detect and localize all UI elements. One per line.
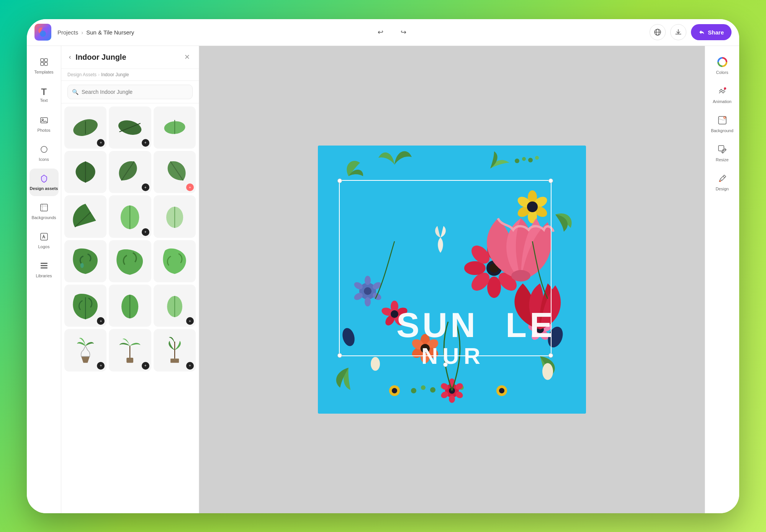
- svg-point-49: [430, 387, 435, 393]
- svg-point-121: [724, 117, 725, 118]
- backgrounds-icon: [39, 203, 49, 214]
- svg-point-123: [719, 180, 721, 182]
- svg-point-109: [499, 388, 504, 393]
- svg-point-96: [527, 201, 538, 212]
- list-item[interactable]: +: [154, 151, 196, 193]
- svg-rect-9: [44, 62, 47, 65]
- breadcrumb: Projects › Sun & Tile Nursery: [57, 29, 134, 36]
- list-item[interactable]: [64, 151, 106, 193]
- libraries-icon: [39, 261, 49, 272]
- logos-label: Logos: [38, 244, 50, 249]
- asset-badge: +: [142, 183, 149, 191]
- photos-label: Photos: [37, 128, 50, 133]
- canvas-area[interactable]: SUN LE NUR: [199, 46, 705, 513]
- list-item[interactable]: +: [109, 195, 151, 237]
- list-item[interactable]: [154, 195, 196, 237]
- svg-point-48: [421, 385, 426, 390]
- svg-point-43: [515, 159, 519, 163]
- list-item[interactable]: [64, 240, 106, 282]
- bc-current: Indoor Jungle: [101, 72, 129, 77]
- list-item[interactable]: +: [154, 329, 196, 371]
- svg-point-54: [364, 287, 372, 295]
- svg-point-32: [80, 263, 84, 268]
- sidebar-item-colors[interactable]: Colors: [708, 52, 737, 80]
- list-item[interactable]: +: [64, 329, 106, 371]
- share-button[interactable]: Share: [691, 24, 732, 40]
- list-item[interactable]: +: [109, 329, 151, 371]
- list-item[interactable]: +: [64, 285, 106, 327]
- svg-point-47: [411, 388, 416, 393]
- sidebar-item-libraries[interactable]: Libraries: [29, 256, 59, 283]
- list-item[interactable]: +: [109, 106, 151, 149]
- colors-icon: [717, 57, 727, 69]
- projects-link[interactable]: Projects: [57, 29, 78, 36]
- svg-point-2: [40, 31, 46, 37]
- sidebar-item-resize[interactable]: Resize: [708, 139, 737, 167]
- svg-point-118: [724, 87, 726, 90]
- asset-badge: +: [142, 139, 149, 147]
- download-button[interactable]: [670, 24, 686, 40]
- sidebar-item-templates[interactable]: Templates: [29, 52, 59, 80]
- background-icon: [717, 115, 727, 127]
- breadcrumb-design-assets[interactable]: Design Assets: [67, 72, 97, 77]
- resize-icon: [717, 144, 727, 156]
- device-frame: Projects › Sun & Tile Nursery ↩ ↪: [27, 19, 739, 513]
- list-item[interactable]: [109, 285, 151, 327]
- sidebar-item-photos[interactable]: Photos: [29, 110, 59, 138]
- list-item[interactable]: [154, 106, 196, 149]
- svg-point-103: [449, 395, 455, 403]
- list-item[interactable]: +: [154, 285, 196, 327]
- search-icon: 🔍: [72, 89, 79, 95]
- svg-rect-15: [41, 263, 47, 264]
- panel-close-button[interactable]: ✕: [181, 51, 193, 63]
- svg-point-44: [522, 157, 526, 161]
- undo-button[interactable]: ↩: [373, 25, 387, 39]
- svg-point-46: [535, 156, 539, 160]
- asset-badge: +: [186, 362, 194, 370]
- sidebar-item-design-assets[interactable]: Design assets: [29, 169, 59, 196]
- text-label: Text: [40, 98, 47, 103]
- panel-back-button[interactable]: ‹: [67, 52, 72, 62]
- search-input[interactable]: [67, 85, 193, 99]
- svg-point-107: [392, 388, 397, 393]
- list-item[interactable]: +: [64, 106, 106, 149]
- sidebar-item-animation[interactable]: Animation: [708, 81, 737, 109]
- animation-label: Animation: [713, 99, 732, 104]
- libraries-label: Libraries: [36, 273, 52, 278]
- icons-label: Icons: [39, 157, 49, 162]
- svg-point-58: [365, 297, 371, 306]
- sidebar-item-text[interactable]: T Text: [29, 81, 59, 109]
- svg-rect-8: [41, 62, 44, 65]
- asset-badge: +: [142, 228, 149, 236]
- asset-badge: +: [97, 362, 105, 370]
- sidebar-item-icons[interactable]: Icons: [29, 139, 59, 167]
- list-item[interactable]: [154, 240, 196, 282]
- breadcrumb-separator: ›: [81, 29, 83, 36]
- list-item[interactable]: [64, 195, 106, 237]
- main-area: Templates T Text Photos: [27, 46, 739, 513]
- sidebar-item-logos[interactable]: Logos: [29, 227, 59, 254]
- svg-point-55: [365, 276, 371, 285]
- share-label: Share: [708, 29, 724, 36]
- panel-breadcrumb: Design Assets › Indoor Jungle: [61, 69, 199, 81]
- design-assets-icon: [39, 174, 49, 185]
- list-item[interactable]: +: [109, 151, 151, 193]
- sidebar-item-background[interactable]: Background: [708, 110, 737, 138]
- sidebar-item-backgrounds[interactable]: Backgrounds: [29, 198, 59, 225]
- redo-button[interactable]: ↪: [396, 25, 410, 39]
- panel-title: Indoor Jungle: [75, 53, 178, 62]
- present-button[interactable]: [650, 24, 666, 40]
- animation-icon: [717, 86, 727, 98]
- design-assets-label: Design assets: [30, 186, 58, 191]
- top-bar-actions: Share: [650, 24, 732, 40]
- svg-rect-40: [170, 358, 179, 363]
- background-label: Background: [711, 128, 733, 133]
- svg-text:NUR: NUR: [421, 343, 485, 369]
- svg-point-112: [542, 363, 553, 380]
- svg-point-113: [371, 357, 380, 371]
- svg-rect-7: [44, 59, 47, 62]
- svg-rect-17: [41, 267, 47, 268]
- sidebar-item-design[interactable]: Design: [708, 169, 737, 196]
- design-label: Design: [715, 187, 728, 191]
- list-item[interactable]: [109, 240, 151, 282]
